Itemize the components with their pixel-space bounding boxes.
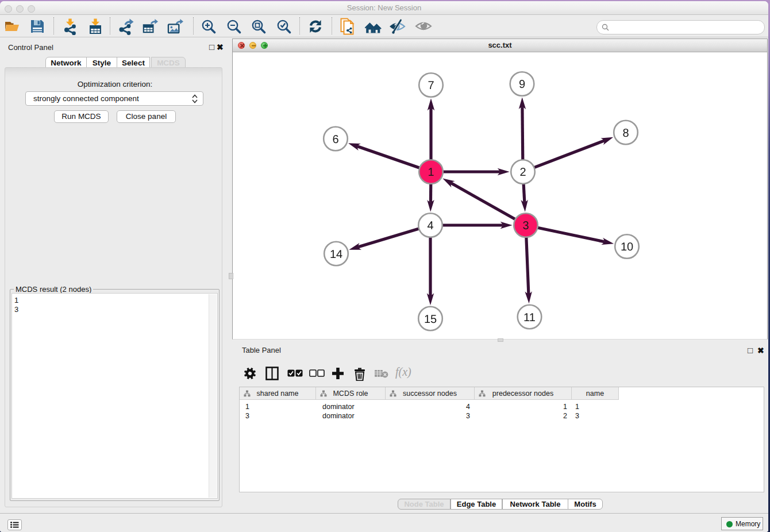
svg-text:1: 1	[428, 166, 434, 179]
svg-text:9: 9	[519, 78, 525, 91]
svg-text:4: 4	[427, 219, 433, 232]
svg-text:14: 14	[330, 248, 342, 261]
svg-text:8: 8	[622, 127, 629, 140]
svg-text:15: 15	[424, 313, 437, 326]
svg-text:10: 10	[621, 241, 633, 253]
svg-text:6: 6	[332, 133, 338, 146]
svg-text:11: 11	[523, 311, 536, 324]
svg-text:7: 7	[428, 79, 434, 92]
svg-text:2: 2	[519, 166, 526, 179]
svg-text:3: 3	[522, 219, 529, 232]
